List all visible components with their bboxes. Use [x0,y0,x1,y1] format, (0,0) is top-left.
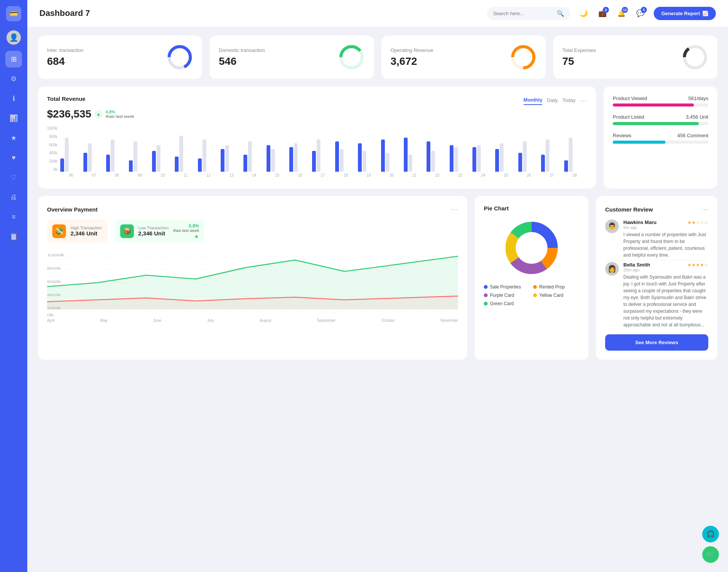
content-area: Inter. transaction 684 Domestic transact… [27,27,728,572]
bar-gray [133,141,137,172]
review-content-1: Bella Smith ★★★★☆ 20m ago Dealing with S… [623,262,708,328]
bar-group [289,143,311,172]
generate-report-button[interactable]: Generate Report 📈 [654,7,716,20]
cart-fab[interactable]: 🛒 [702,546,719,563]
bar-blue [358,143,362,172]
bar-chart-container: 1000k800k600k400k200k0k [47,126,587,177]
sidebar-item-info[interactable]: ℹ [5,90,22,107]
bar-group [83,143,105,172]
svg-text:400k: 400k [47,293,61,297]
bar-blue [106,155,110,172]
dark-mode-btn[interactable]: 🌙 [576,6,591,20]
right-stat-label-2: Reviews [613,133,631,138]
sidebar-item-menu[interactable]: ≡ [5,208,22,225]
revenue-header: Total Revenue MonthlyDailyToday⋯ [47,96,587,105]
sidebar-avatar[interactable]: 👤 [6,30,21,45]
svg-text:0k: 0k [47,313,54,317]
sidebar-item-favorites[interactable]: ★ [5,130,22,146]
bar-x-label: 09 [129,173,150,177]
chart-icon: 📈 [702,11,708,16]
bar-x-label: 15 [267,173,288,177]
y-label: 400k [47,151,57,155]
settings-icon: ⚙ [11,75,17,83]
legend-item-3: Yellow Card [533,293,579,298]
stat-label-2: Operating Revenue [391,47,433,53]
tab-monthly[interactable]: Monthly [524,96,543,105]
stat-card-1: Domestic transaction 546 [210,36,374,79]
sidebar-item-analytics[interactable]: 📊 [5,110,22,127]
bar-x-label: 11 [175,173,196,177]
sidebar-item-saved[interactable]: ♡ [5,169,22,186]
stat-donut-0 [166,44,193,71]
reviewer-name-0: Hawkins Maru [623,219,656,225]
heart-outline-icon: ♡ [11,173,17,182]
review-time-1: 20m ago [623,268,708,272]
stat-info-2: Operating Revenue 3,672 [391,47,433,67]
high-transaction-icon: 💸 [52,224,66,238]
wallet-btn[interactable]: 💼 2 [595,6,610,20]
revenue-more-icon[interactable]: ⋯ [580,96,587,105]
svg-text:1000k: 1000k [47,253,64,257]
bar-x-label: 25 [495,173,516,177]
sidebar-item-settings[interactable]: ⚙ [5,71,22,87]
legend-dot-3 [533,293,537,297]
y-label: 600k [47,143,57,147]
bar-blue [198,158,202,172]
stat-info-0: Inter. transaction 684 [47,47,83,67]
bell-btn[interactable]: 🔔 12 [614,6,629,20]
progress-fill-0 [613,103,694,107]
search-box[interactable]: 🔍 [487,7,570,20]
info-icon: ℹ [13,94,15,103]
payment-menu-icon[interactable]: ⋯ [451,205,458,213]
right-stat-header-1: Product Listed 3,456 Unit [613,114,708,120]
bar-gray [523,141,527,172]
bar-gray [111,139,115,172]
menu-icon: ≡ [12,213,16,221]
sidebar-item-list[interactable]: 📋 [5,228,22,245]
legend-item-2: Purple Card [484,293,530,298]
bar-group [312,139,333,172]
bar-group [541,139,562,172]
line-chart-svg: 1000k 800k 600k 400k 200k 0k [47,249,458,317]
sidebar-item-dashboard[interactable]: ⊞ [5,51,22,67]
review-menu-icon[interactable]: ⋯ [701,205,708,213]
tab-today[interactable]: Today [562,96,576,105]
bar-blue [60,158,64,172]
review-content-0: Hawkins Maru ★★☆☆☆ 5m ago I viewed a num… [623,219,708,259]
bar-gray [546,139,549,172]
chat-btn[interactable]: 💬 5 [633,6,648,20]
bar-x-label: 27 [541,173,562,177]
bar-blue [312,151,316,172]
stat-donut-3 [682,44,708,71]
bar-x-label: 26 [518,173,540,177]
payment-change-label: than last week [173,229,199,233]
support-fab[interactable]: 🎧 [702,526,719,542]
tab-daily[interactable]: Daily [547,96,558,105]
bar-x-label: 23 [450,173,471,177]
sidebar-item-print[interactable]: 🖨 [5,189,22,205]
review-divider [605,260,708,260]
bar-blue [152,151,156,172]
bar-blue [267,145,270,172]
bar-gray [477,145,481,172]
review-text-0: I viewed a number of properties with Jus… [623,231,708,259]
bar-gray [500,143,504,172]
bar-group [221,145,242,172]
bar-group [472,145,494,172]
legend-dot-2 [484,293,488,297]
review-avatar-0: 👨 [605,219,619,233]
sidebar-logo[interactable]: 💳 [6,6,21,21]
sidebar-item-liked[interactable]: ♥ [5,149,22,166]
low-transaction-info: Low Transaction 2,346 Unit [138,226,169,237]
pie-chart-card: Pie Chart [475,196,588,360]
bar-blue [83,153,87,172]
bar-chart-inner-wrap: 0607080910111213141516171819202122232425… [59,126,587,177]
bar-blue [243,155,247,172]
search-input[interactable] [493,11,554,16]
see-more-reviews-button[interactable]: See More Reviews [605,334,708,351]
payment-title: Overview Payment [47,206,97,213]
bar-labels: 0607080910111213141516171819202122232425… [59,172,587,177]
right-stat-2: Reviews 456 Comment [613,133,708,144]
review-time-0: 5m ago [623,225,708,230]
bar-blue [381,139,385,172]
